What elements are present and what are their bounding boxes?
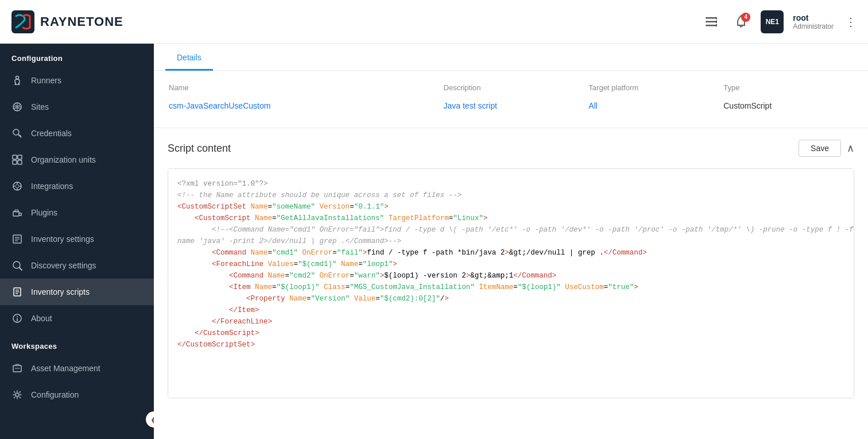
svg-rect-20 (18, 160, 22, 164)
svg-rect-18 (18, 155, 22, 159)
logo-area: RAYNETONE (11, 10, 123, 33)
sidebar-label-sites: Sites (31, 102, 49, 111)
sidebar-item-sites[interactable]: Sites (0, 94, 154, 120)
configuration-icon (11, 389, 23, 401)
sidebar-label-discovery-settings: Discovery settings (31, 261, 96, 270)
sidebar-item-configuration-workspace[interactable]: Configuration (0, 382, 154, 408)
svg-rect-3 (706, 25, 717, 26)
sidebar-label-about: About (31, 314, 52, 323)
cell-target-platform: All (588, 99, 722, 113)
details-table: Name Description Target platform Type cs… (168, 82, 854, 114)
svg-point-43 (16, 393, 19, 396)
sidebar-label-runners: Runners (31, 76, 61, 85)
collapse-script-icon[interactable]: ∧ (847, 142, 854, 155)
script-header: Script content Save ∧ (168, 140, 854, 157)
col-header-description: Description (444, 83, 588, 98)
svg-rect-17 (13, 155, 17, 159)
sidebar-item-about[interactable]: About (0, 305, 154, 332)
inventory-settings-icon (11, 233, 23, 245)
sidebar-item-inventory-settings[interactable]: Inventory settings (0, 226, 154, 252)
main-layout: Configuration Runners (0, 44, 868, 439)
sidebar-item-plugins[interactable]: Plugins (0, 199, 154, 226)
sidebar-section-workspaces: Workspaces (0, 332, 154, 355)
user-name: root (793, 13, 834, 22)
sidebar-label-configuration-workspace: Configuration (31, 390, 79, 399)
sidebar-label-inventory-settings: Inventory settings (31, 234, 94, 244)
organization-units-icon (11, 154, 23, 165)
script-section: Script content Save ∧ <?xml version="1.0… (154, 128, 868, 412)
script-header-actions: Save ∧ (799, 140, 854, 157)
col-header-type: Type (723, 83, 853, 98)
discovery-settings-icon (11, 260, 23, 271)
user-info: root Administrator (793, 13, 834, 30)
sidebar-label-plugins: Plugins (31, 208, 57, 217)
svg-point-8 (16, 76, 19, 79)
sidebar-label-inventory-scripts: Inventory scripts (31, 287, 90, 296)
svg-point-5 (716, 20, 718, 23)
sidebar-item-discovery-settings[interactable]: Discovery settings (0, 252, 154, 279)
sidebar-item-credentials[interactable]: Credentials (0, 120, 154, 147)
save-button[interactable]: Save (799, 140, 841, 157)
cell-type: CustomScript (723, 99, 853, 113)
code-editor[interactable]: <?xml version="1.0"?> <!-- the Name attr… (168, 168, 854, 398)
tabs-bar: Details (154, 44, 868, 71)
sidebar-section-configuration: Configuration (0, 44, 154, 67)
sidebar-item-organization-units[interactable]: Organization units (0, 147, 154, 173)
table-row: csm-JavaSearchUseCustom Java test script… (169, 99, 853, 113)
col-header-name: Name (169, 83, 443, 98)
sidebar-label-organization-units: Organization units (31, 155, 96, 164)
svg-point-14 (13, 129, 19, 135)
cell-name: csm-JavaSearchUseCustom (169, 99, 443, 113)
plugins-icon (11, 207, 23, 218)
content-card: Details Name Description Target platform… (154, 44, 868, 439)
svg-rect-1 (706, 17, 717, 19)
svg-point-39 (17, 316, 18, 317)
sidebar-item-integrations[interactable]: Integrations (0, 173, 154, 199)
notification-badge: 4 (741, 13, 750, 22)
sidebar-item-asset-management[interactable]: Asset Management (0, 355, 154, 382)
header-right: 4 NE1 root Administrator ⋮ (701, 10, 859, 33)
svg-point-32 (13, 261, 20, 268)
credentials-icon (11, 128, 23, 139)
sidebar-label-credentials: Credentials (31, 129, 72, 138)
raynetone-logo-icon (11, 10, 34, 33)
script-title: Script content (168, 143, 231, 155)
notification-button[interactable]: 4 (731, 11, 751, 32)
asset-management-icon (11, 363, 23, 374)
logo-text: RAYNETONE (40, 14, 123, 29)
svg-rect-2 (706, 21, 717, 22)
integrations-icon (11, 180, 23, 192)
user-role: Administrator (793, 22, 834, 30)
cell-description: Java test script (444, 99, 588, 113)
sidebar-label-asset-management: Asset Management (31, 364, 100, 373)
sidebar: Configuration Runners (0, 44, 154, 439)
sidebar-label-integrations: Integrations (31, 182, 73, 191)
menu-button[interactable] (701, 11, 722, 32)
svg-line-33 (20, 268, 22, 270)
avatar: NE1 (761, 10, 784, 33)
svg-point-4 (716, 17, 718, 20)
content-area: Details Name Description Target platform… (154, 44, 868, 439)
app-header: RAYNETONE 4 NE1 root Admin (0, 0, 868, 44)
svg-point-6 (716, 24, 718, 26)
more-options-button[interactable]: ⋮ (843, 13, 859, 31)
about-icon (11, 313, 23, 324)
runners-icon (11, 75, 23, 86)
sites-icon (11, 101, 23, 113)
col-header-target-platform: Target platform (588, 83, 722, 98)
sidebar-item-inventory-scripts[interactable]: Inventory scripts (0, 279, 154, 305)
sidebar-item-runners[interactable]: Runners (0, 67, 154, 94)
svg-rect-19 (13, 160, 17, 164)
details-section: Name Description Target platform Type cs… (154, 71, 868, 128)
tab-details[interactable]: Details (165, 44, 213, 71)
inventory-scripts-icon (11, 286, 23, 298)
sidebar-collapse-button[interactable]: ❮ (146, 411, 154, 428)
